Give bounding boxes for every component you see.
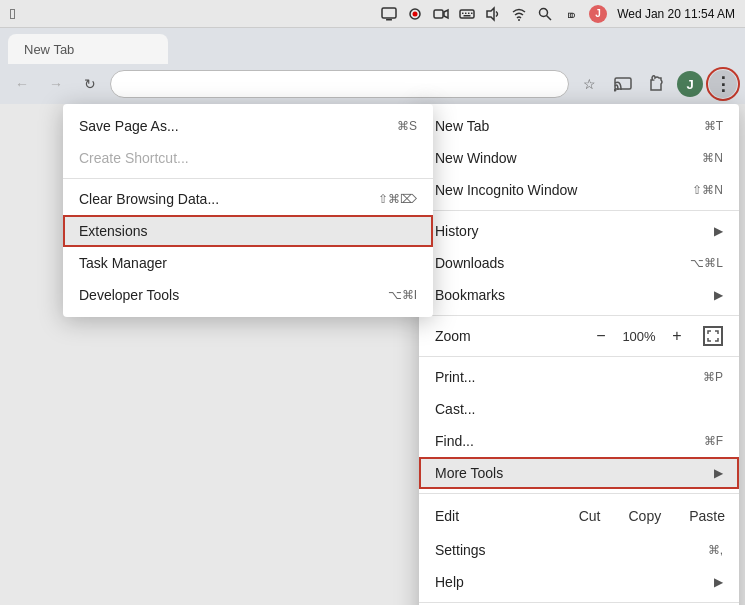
svg-marker-12 xyxy=(487,8,494,20)
more-tools-label: More Tools xyxy=(435,465,503,481)
settings-item[interactable]: Settings ⌘, xyxy=(419,534,739,566)
cast-label: Cast... xyxy=(435,401,475,417)
new-window-item[interactable]: New Window ⌘N xyxy=(419,142,739,174)
avatar-label: J xyxy=(686,77,693,92)
zoom-controls: − 100% + xyxy=(589,324,723,348)
svg-marker-5 xyxy=(444,10,448,18)
bluetooth-icon[interactable]: ⎄ xyxy=(563,6,579,22)
tab-bar: New Tab xyxy=(0,28,745,64)
more-tools-arrow: ▶ xyxy=(714,466,723,480)
facetime-icon[interactable] xyxy=(433,6,449,22)
svg-point-3 xyxy=(413,11,418,16)
create-shortcut-label: Create Shortcut... xyxy=(79,150,189,166)
apple-icon[interactable]:  xyxy=(10,5,15,22)
user-avatar-menubar[interactable]: J xyxy=(589,5,607,23)
print-shortcut: ⌘P xyxy=(703,370,723,384)
downloads-item[interactable]: Downloads ⌥⌘L xyxy=(419,247,739,279)
edit-label: Edit xyxy=(419,508,565,524)
bookmarks-arrow: ▶ xyxy=(714,288,723,302)
search-menubar-icon[interactable] xyxy=(537,6,553,22)
history-item[interactable]: History ▶ xyxy=(419,215,739,247)
create-shortcut-item[interactable]: Create Shortcut... xyxy=(63,142,433,174)
developer-tools-label: Developer Tools xyxy=(79,287,179,303)
reload-button[interactable]: ↻ xyxy=(76,70,104,98)
menubar-left:  xyxy=(10,5,15,22)
developer-tools-item[interactable]: Developer Tools ⌥⌘I xyxy=(63,279,433,311)
browser-content: Save Page As... ⌘S Create Shortcut... Cl… xyxy=(0,104,745,605)
bookmark-button[interactable]: ☆ xyxy=(575,70,603,98)
address-bar-area: ← → ↻ ☆ J ⋮ xyxy=(0,64,745,104)
record-icon[interactable] xyxy=(407,6,423,22)
wifi-icon[interactable] xyxy=(511,6,527,22)
extensions-item[interactable]: Extensions xyxy=(63,215,433,247)
clear-browsing-data-shortcut: ⇧⌘⌦ xyxy=(378,192,417,206)
new-window-label: New Window xyxy=(435,150,517,166)
developer-tools-shortcut: ⌥⌘I xyxy=(388,288,417,302)
more-tools-item[interactable]: More Tools ▶ xyxy=(419,457,739,489)
menu-overlay: Save Page As... ⌘S Create Shortcut... Cl… xyxy=(0,104,745,605)
bookmarks-label: Bookmarks xyxy=(435,287,505,303)
svg-rect-4 xyxy=(434,10,443,18)
new-incognito-item[interactable]: New Incognito Window ⇧⌘N xyxy=(419,174,739,206)
new-tab-label: New Tab xyxy=(435,118,489,134)
display-icon[interactable] xyxy=(381,6,397,22)
save-page-as-label: Save Page As... xyxy=(79,118,179,134)
back-button[interactable]: ← xyxy=(8,70,36,98)
keyboard-icon[interactable] xyxy=(459,6,475,22)
cast-item[interactable]: Cast... xyxy=(419,393,739,425)
print-item[interactable]: Print... ⌘P xyxy=(419,361,739,393)
svg-rect-9 xyxy=(468,12,470,14)
zoom-value: 100% xyxy=(621,329,657,344)
svg-point-14 xyxy=(540,8,548,16)
cut-button[interactable]: Cut xyxy=(565,502,615,530)
svg-point-13 xyxy=(518,19,520,21)
submenu-divider-1 xyxy=(63,178,433,179)
bookmarks-item[interactable]: Bookmarks ▶ xyxy=(419,279,739,311)
menubar-time: Wed Jan 20 11:54 AM xyxy=(617,7,735,21)
new-incognito-label: New Incognito Window xyxy=(435,182,577,198)
chrome-menu-button[interactable]: ⋮ xyxy=(709,70,737,98)
menubar:  ⎄ J Wed Jan 20 11:54 AM xyxy=(0,0,745,28)
downloads-shortcut: ⌥⌘L xyxy=(690,256,723,270)
forward-button[interactable]: → xyxy=(42,70,70,98)
browser-window: New Tab ← → ↻ ☆ J ⋮ Save Page As... xyxy=(0,28,745,605)
tab-label: New Tab xyxy=(24,42,74,57)
help-item[interactable]: Help ▶ xyxy=(419,566,739,598)
help-arrow: ▶ xyxy=(714,575,723,589)
history-label: History xyxy=(435,223,479,239)
extensions-button[interactable] xyxy=(643,70,671,98)
copy-button[interactable]: Copy xyxy=(615,502,676,530)
divider-4 xyxy=(419,493,739,494)
volume-icon[interactable] xyxy=(485,6,501,22)
find-item[interactable]: Find... ⌘F xyxy=(419,425,739,457)
settings-label: Settings xyxy=(435,542,486,558)
svg-rect-11 xyxy=(464,15,471,17)
task-manager-item[interactable]: Task Manager xyxy=(63,247,433,279)
zoom-increase-button[interactable]: + xyxy=(665,324,689,348)
zoom-row: Zoom − 100% + xyxy=(419,320,739,352)
zoom-label: Zoom xyxy=(435,328,589,344)
downloads-label: Downloads xyxy=(435,255,504,271)
svg-rect-8 xyxy=(465,12,467,14)
svg-line-15 xyxy=(547,15,552,20)
profile-avatar-button[interactable]: J xyxy=(677,71,703,97)
new-tab-item[interactable]: New Tab ⌘T xyxy=(419,110,739,142)
divider-5 xyxy=(419,602,739,603)
clear-browsing-data-item[interactable]: Clear Browsing Data... ⇧⌘⌦ xyxy=(63,183,433,215)
paste-button[interactable]: Paste xyxy=(675,502,739,530)
divider-3 xyxy=(419,356,739,357)
fullscreen-button[interactable] xyxy=(703,326,723,346)
chrome-menu: New Tab ⌘T New Window ⌘N New Incognito W… xyxy=(419,104,739,605)
help-label: Help xyxy=(435,574,464,590)
extensions-label: Extensions xyxy=(79,223,147,239)
cast-toolbar-button[interactable] xyxy=(609,70,637,98)
print-label: Print... xyxy=(435,369,475,385)
find-shortcut: ⌘F xyxy=(704,434,723,448)
zoom-decrease-button[interactable]: − xyxy=(589,324,613,348)
new-incognito-shortcut: ⇧⌘N xyxy=(692,183,723,197)
save-page-as-item[interactable]: Save Page As... ⌘S xyxy=(63,110,433,142)
address-bar[interactable] xyxy=(110,70,569,98)
active-tab[interactable]: New Tab xyxy=(8,34,168,64)
settings-shortcut: ⌘, xyxy=(708,543,723,557)
divider-2 xyxy=(419,315,739,316)
